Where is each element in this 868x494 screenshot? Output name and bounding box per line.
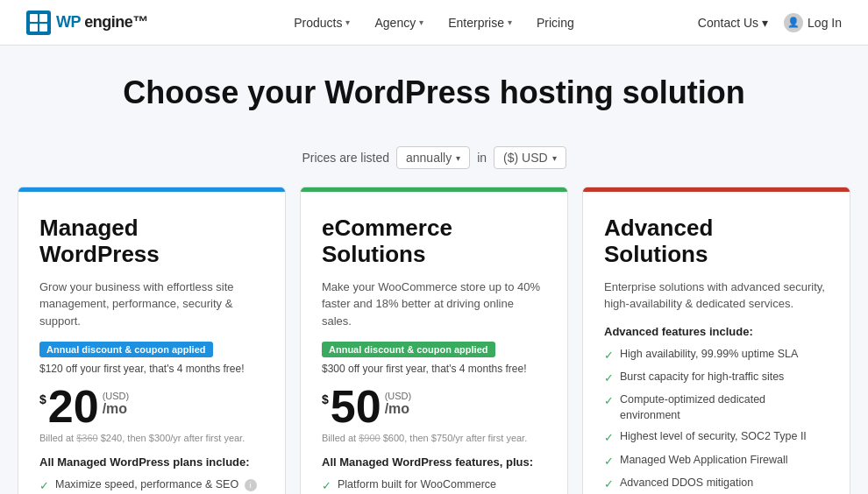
- managed-wp-card: Managed WordPress Grow your business wit…: [18, 187, 286, 494]
- feature-item: ✓ Maximize speed, performance & SEO i: [39, 477, 264, 494]
- card-description: Make your WooCommerce store up to 40% fa…: [322, 279, 546, 330]
- check-icon: ✓: [604, 348, 614, 363]
- card-title: Managed WordPress: [39, 215, 264, 268]
- logo[interactable]: WP engine™: [26, 11, 148, 35]
- discount-text: $120 off your first year, that's 4 month…: [39, 363, 264, 375]
- price-billed: Billed at $360 $240, then $300/yr after …: [39, 433, 264, 443]
- card-description: Enterprise solutions with advanced secur…: [604, 279, 829, 313]
- price-unit: (USD) /mo: [103, 384, 130, 417]
- card-accent-bar: [583, 187, 850, 192]
- price-unit: (USD) /mo: [385, 384, 412, 417]
- features-title: All Managed WordPress plans include:: [39, 455, 264, 469]
- card-accent-bar: [301, 187, 567, 192]
- page-title: Choose your WordPress hosting solution: [18, 74, 850, 111]
- nav-products[interactable]: Products ▾: [294, 16, 350, 30]
- discount-badge: Annual discount & coupon applied: [322, 342, 495, 357]
- nav-agency[interactable]: Agency ▾: [374, 16, 423, 30]
- features-title: All Managed WordPress features, plus:: [322, 455, 546, 469]
- user-icon: 👤: [784, 13, 803, 32]
- discount-text: $300 off your first year, that's 4 month…: [322, 363, 546, 375]
- price-amount: 20: [48, 384, 99, 429]
- chevron-down-icon: ▾: [456, 153, 460, 163]
- chevron-down-icon: ▾: [552, 153, 557, 163]
- pricing-cards: Managed WordPress Grow your business wit…: [0, 187, 868, 494]
- price-currency: $: [322, 392, 329, 406]
- logo-text: WP engine™: [56, 13, 148, 32]
- navigation: WP engine™ Products ▾ Agency ▾ Enterpris…: [0, 0, 868, 46]
- price-row: $ 20 (USD) /mo: [39, 384, 264, 429]
- nav-right: Contact Us ▾ 👤 Log In: [698, 13, 842, 32]
- check-icon: ✓: [39, 478, 49, 494]
- feature-item: ✓ Compute-optimized dedicated environmen…: [604, 392, 829, 423]
- nav-enterprise[interactable]: Enterprise ▾: [448, 16, 512, 30]
- price-billed: Billed at $900 $600, then $750/yr after …: [322, 433, 546, 443]
- feature-item: ✓ Advanced DDOS mitigation: [604, 476, 829, 492]
- card-accent-bar: [18, 187, 285, 192]
- check-icon: ✓: [604, 430, 614, 446]
- feature-item: ✓ Managed Web Application Firewall: [604, 453, 829, 469]
- advanced-features-title: Advanced features include:: [604, 325, 829, 338]
- card-title: Advanced Solutions: [604, 215, 829, 268]
- features-list: ✓ Platform built for WooCommerce ✓ Auto-…: [322, 477, 546, 494]
- card-title: eCommerce Solutions: [322, 215, 546, 268]
- logo-icon: [26, 11, 51, 35]
- pricing-controls: Prices are listed annually ▾ in ($) USD …: [0, 132, 868, 187]
- price-row: $ 50 (USD) /mo: [322, 384, 546, 429]
- chevron-down-icon: ▾: [345, 18, 350, 27]
- feature-item: ✓ Burst capacity for high-traffic sites: [604, 370, 829, 386]
- card-description: Grow your business with effortless site …: [39, 279, 264, 330]
- ecommerce-card: eCommerce Solutions Make your WooCommerc…: [300, 187, 568, 494]
- check-icon: ✓: [322, 478, 331, 494]
- check-icon: ✓: [604, 476, 614, 492]
- discount-badge: Annual discount & coupon applied: [39, 342, 213, 357]
- info-icon[interactable]: i: [245, 479, 257, 491]
- frequency-select[interactable]: annually ▾: [396, 146, 470, 169]
- advanced-features-list: ✓ High availability, 99.99% uptime SLA ✓…: [604, 347, 829, 494]
- nav-links: Products ▾ Agency ▾ Enterprise ▾ Pricing: [294, 16, 574, 30]
- login-button[interactable]: 👤 Log In: [784, 13, 842, 32]
- chevron-down-icon: ▾: [762, 16, 768, 30]
- check-icon: ✓: [604, 393, 614, 409]
- price-amount: 50: [331, 384, 381, 429]
- feature-item: ✓ High availability, 99.99% uptime SLA: [604, 347, 829, 363]
- pricing-infix: in: [477, 151, 487, 165]
- contact-us-link[interactable]: Contact Us ▾: [698, 16, 768, 30]
- check-icon: ✓: [604, 370, 614, 386]
- features-list: ✓ Maximize speed, performance & SEO i ✓ …: [39, 477, 264, 494]
- feature-item: ✓ Platform built for WooCommerce: [322, 477, 546, 494]
- feature-item: ✓ Highest level of security, SOC2 Type I…: [604, 429, 829, 446]
- price-currency: $: [39, 392, 46, 406]
- currency-select[interactable]: ($) USD ▾: [494, 146, 566, 169]
- nav-pricing[interactable]: Pricing: [537, 16, 574, 30]
- chevron-down-icon: ▾: [508, 18, 512, 27]
- check-icon: ✓: [604, 454, 614, 469]
- advanced-solutions-card: Advanced Solutions Enterprise solutions …: [582, 187, 850, 494]
- hero-section: Choose your WordPress hosting solution: [0, 46, 868, 132]
- chevron-down-icon: ▾: [419, 18, 423, 27]
- pricing-prefix: Prices are listed: [302, 151, 389, 165]
